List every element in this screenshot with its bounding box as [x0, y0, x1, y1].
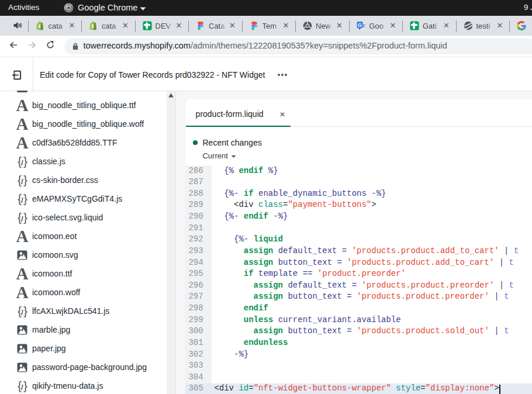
- svg-text:G: G: [358, 22, 362, 28]
